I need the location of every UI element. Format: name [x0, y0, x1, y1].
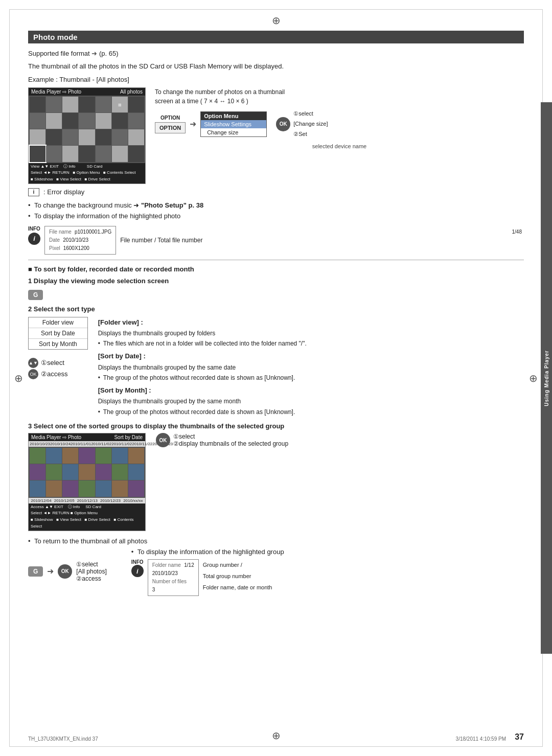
sort-row-month[interactable]: Sort by Month [29, 339, 87, 349]
thumb-cell [46, 146, 62, 162]
thumb-cell [79, 129, 95, 145]
bullet-section: To change the background music ➜ "Photo … [28, 200, 524, 222]
compass-right-icon: ⊕ [529, 372, 538, 384]
ok-button[interactable]: OK [276, 117, 290, 131]
thumb-cell [62, 146, 78, 162]
access-icon-row: OK ②access [28, 369, 67, 379]
thumb-cell [96, 97, 111, 112]
thumb-cell [96, 113, 111, 129]
option-menu-title: Option Menu [201, 112, 266, 120]
right-info-row-date: 2010/10/23 [152, 569, 194, 578]
using-media-player-sidebar: Using Media Player [541, 102, 552, 654]
sort-month-desc2: The group of the photos without recorded… [98, 407, 524, 417]
nav-ok-icon: OK [28, 369, 38, 379]
thumb-cell selected [30, 146, 45, 162]
thumb-cell [46, 97, 62, 112]
thumbnail-section: Media Player ⇨ Photo All photos [28, 87, 524, 184]
compass-top-icon: ⊕ [272, 14, 281, 27]
step3-thumbnail-box: Media Player ⇨ Photo Sort by Date 2010/1… [28, 433, 146, 531]
thumb2-cell [96, 464, 111, 480]
thumb-cell [62, 113, 78, 129]
photo-setup-link: "Photo Setup" p. 38 [141, 201, 203, 209]
sort-row-folder[interactable]: Folder view [29, 317, 87, 328]
thumb2-cell [62, 448, 78, 464]
step3-thumb-header: Media Player ⇨ Photo Sort by Date [29, 433, 145, 441]
error-icon: i [28, 188, 39, 196]
step3-right: OK ①select ②display thumbnails of the se… [156, 433, 524, 449]
page-number: 37 [515, 732, 524, 742]
select-flow: OK ①select [Change size] ②Set [276, 109, 328, 139]
thumb-cell [112, 113, 128, 129]
thumb-cell [112, 129, 128, 145]
step2-heading: 2 Select the sort type [28, 305, 524, 313]
step3-section: Media Player ⇨ Photo Sort by Date 2010/1… [28, 433, 524, 531]
option-flow: OPTION OPTION ➜ Option Menu Slideshow Se… [155, 109, 524, 139]
error-section: i : Error display [28, 188, 524, 196]
right-panel: To change the number of photos on a thum… [155, 87, 524, 149]
thumb2-cell [112, 448, 128, 464]
right-info-badge: i [131, 565, 144, 577]
selected-device-text: selected device name [155, 143, 524, 149]
thumb-cell [128, 113, 144, 129]
thumb-cell [112, 97, 128, 112]
thumb-cell [46, 113, 62, 129]
info-badge: i [28, 233, 40, 245]
step3-date-labels: 2010/10/23 2010/10/24 2010/11/01 2010/11… [29, 441, 145, 447]
thumb2-cell [96, 480, 111, 496]
thumb-cell [128, 146, 144, 162]
thumb-header-left: Media Player ⇨ Photo [31, 89, 81, 95]
thumb2-cell [46, 480, 62, 496]
info-row-date: Date 2010/10/23 [49, 236, 111, 244]
option-menu-item-change-size[interactable]: Change size [201, 128, 266, 136]
change-number-text: To change the number of photos on a thum… [155, 87, 524, 106]
right-info-text: To display the information of the highli… [131, 547, 524, 558]
thumb2-cell [79, 464, 95, 480]
right-info-box: Folder name 1/12 2010/10/23 Number of fi… [148, 559, 199, 596]
thumb2-cell [79, 480, 95, 496]
error-text: : Error display [43, 188, 84, 196]
thumb-cell [79, 146, 95, 162]
supported-format-line: Supported file format ➜ (p. 65) [28, 50, 524, 57]
thumb-cell [79, 113, 95, 129]
sort-table: Folder view Sort by Date Sort by Month [28, 317, 88, 350]
info-row-pixel: Pixel 1600X1200 [49, 244, 111, 253]
sort-heading: ■ To sort by folder, recorded date or re… [28, 265, 524, 273]
thumb-cell [112, 146, 128, 162]
sort-date-label: [Sort by Date] : [98, 351, 524, 362]
sort-row-date[interactable]: Sort by Date [29, 328, 87, 339]
sort-month-label: [Sort by Month] : [98, 385, 524, 396]
thumb2-cell [62, 464, 78, 480]
thumb-cell [96, 146, 111, 162]
return-section: To return to the thumbnail of all photos… [28, 536, 524, 597]
right-info-row-numfiles: Number of files [152, 578, 194, 586]
sort-date-desc2: The group of the photos without recorded… [98, 373, 524, 383]
return-flow: G ➜ OK ①select [All photos] ②access To d… [28, 547, 524, 597]
thumb-header-right: All photos [120, 89, 143, 95]
thumb2-cell [46, 464, 62, 480]
step3-thumb-grid [29, 447, 145, 497]
info-row-filename: File name 1/48 p10100001.JPG [49, 228, 111, 236]
thumbnail-grid [29, 96, 145, 163]
option-menu-item-slideshow[interactable]: Slideshow Settings [201, 120, 266, 128]
step3-ok-button[interactable]: OK [156, 433, 170, 447]
folder-view-desc2: The files which are not in a folder will… [98, 338, 524, 349]
return-arrow-icon: ➜ [47, 566, 54, 576]
option-label: OPTION [160, 115, 180, 121]
thumb2-cell [112, 464, 128, 480]
option-menu-box: Option Menu Slideshow Settings Change si… [200, 111, 267, 137]
info-box: File name 1/48 p10100001.JPG Date 2010/1… [44, 226, 116, 255]
photo-mode-header: Photo mode [28, 31, 524, 43]
option-button[interactable]: OPTION [155, 122, 186, 133]
folder-view-label: [Folder view] : [98, 317, 524, 328]
file-number-text: File number / Total file number [120, 237, 202, 244]
return-ok-button[interactable]: OK [58, 564, 72, 579]
folder-view-desc1: Displays the thumbnails grouped by folde… [98, 328, 524, 338]
g-button[interactable]: G [28, 290, 43, 300]
sort-descriptions: [Folder view] : Displays the thumbnails … [98, 317, 524, 418]
arrow-icon: ➜ [91, 50, 97, 57]
return-g-button[interactable]: G [28, 566, 43, 577]
right-info-row-numval: 3 [152, 586, 194, 594]
right-info-row-foldername: Folder name 1/12 [152, 561, 194, 569]
thumb2-cell [30, 480, 45, 496]
thumb-cell [128, 129, 144, 145]
